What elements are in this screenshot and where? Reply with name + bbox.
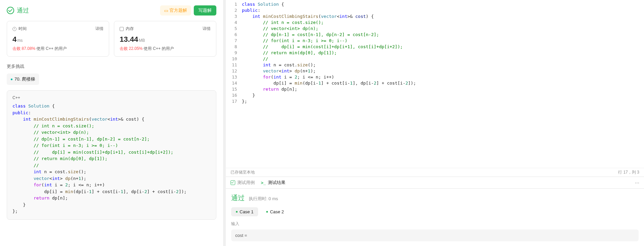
time-detail-link[interactable]: 详情 xyxy=(95,26,103,32)
memory-stat-card: 内存 详情 13.44MB 击败 22.05% 使用 C++ 的用户 xyxy=(114,21,216,57)
result-status: 通过 xyxy=(7,6,29,14)
challenge-chip[interactable]: 70. 爬楼梯 xyxy=(7,73,39,85)
write-solution-button[interactable]: 写题解 xyxy=(194,5,216,16)
input-section-label: 输入 xyxy=(231,221,639,227)
terminal-icon: >_ xyxy=(261,180,266,185)
input-value-box: cost = xyxy=(231,229,639,241)
editor-content[interactable]: class Solution { public: int minCostClim… xyxy=(242,0,644,168)
test-tab-bar: 测试用例 >_ 测试结果 ⋯ xyxy=(226,177,644,189)
memory-beats-pct: 22.05% xyxy=(129,46,143,51)
submitted-code-box: C++ class Solution { public: int minCost… xyxy=(7,90,216,220)
more-options-button[interactable]: ⋯ xyxy=(635,180,639,185)
test-runtime: 执行用时: 0 ms xyxy=(249,196,278,201)
test-result-body: 通过 执行用时: 0 ms Case 1 Case 2 输入 cost = xyxy=(226,189,644,246)
pass-text: 通过 xyxy=(17,6,29,14)
lang-label: C++ xyxy=(12,95,211,100)
cursor-position: 行 17，列 3 xyxy=(618,170,639,175)
book-icon: ▭ xyxy=(164,8,168,13)
more-challenges-title: 更多挑战 xyxy=(7,63,216,69)
memory-icon xyxy=(120,27,124,31)
saved-status: 已存储至本地 xyxy=(231,170,255,175)
check-circle-icon xyxy=(7,7,14,14)
memory-value: 13.44 xyxy=(120,35,138,43)
tab-test-results[interactable]: >_ 测试结果 xyxy=(261,180,285,186)
official-solution-button[interactable]: ▭ 官方题解 xyxy=(160,5,191,16)
code-editor[interactable]: 1234567891011121314151617 class Solution… xyxy=(226,0,644,168)
difficulty-dot-icon xyxy=(11,79,12,80)
code-preview: class Solution { public: int minCostClim… xyxy=(12,103,211,215)
test-pass-text: 通过 xyxy=(231,194,245,202)
time-value: 4 xyxy=(12,35,17,43)
case-tab-2[interactable]: Case 2 xyxy=(262,207,288,216)
line-gutter: 1234567891011121314151617 xyxy=(226,0,242,168)
time-stat-card: 时间 详情 4ms 击败 87.08% 使用 C++ 的用户 xyxy=(7,21,109,57)
time-beats-pct: 87.08% xyxy=(22,46,35,51)
case-tab-1[interactable]: Case 1 xyxy=(231,207,258,216)
editor-panel: 1234567891011121314151617 class Solution… xyxy=(226,0,644,246)
clock-icon xyxy=(12,27,17,31)
status-dot-icon xyxy=(236,211,238,213)
check-square-icon xyxy=(231,180,235,185)
tab-test-cases[interactable]: 测试用例 xyxy=(231,180,255,186)
status-dot-icon xyxy=(266,211,268,213)
result-panel: 通过 ▭ 官方题解 写题解 时间 详情 4ms 击败 87.08% 使用 C++… xyxy=(0,0,226,246)
memory-detail-link[interactable]: 详情 xyxy=(203,26,211,32)
